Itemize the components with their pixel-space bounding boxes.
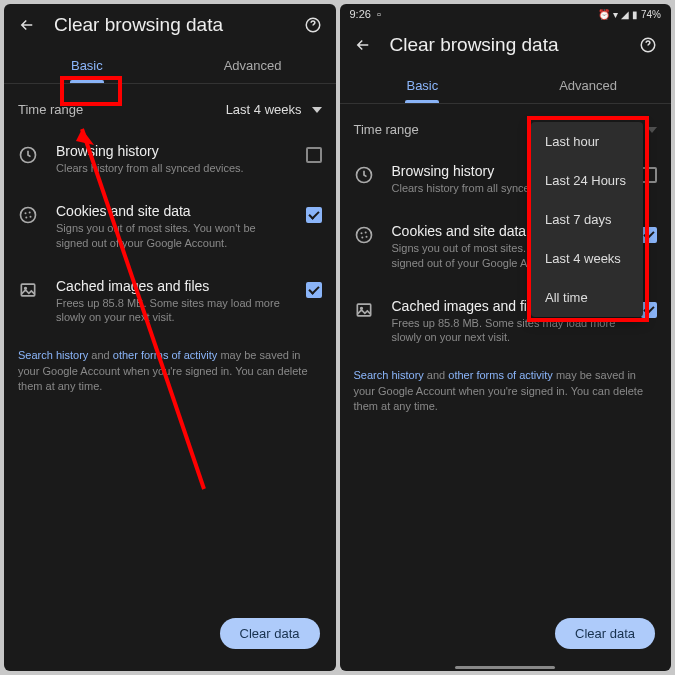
wifi-icon: ▾	[613, 9, 618, 20]
search-history-link[interactable]: Search history	[354, 369, 424, 381]
svg-rect-7	[21, 284, 34, 296]
image-icon	[18, 280, 38, 300]
activity-link[interactable]: other forms of activity	[113, 349, 218, 361]
app-header: Clear browsing data	[4, 4, 336, 46]
footer-text: Search history and other forms of activi…	[4, 338, 336, 404]
clock-icon	[18, 145, 38, 165]
checkbox-history[interactable]	[641, 167, 657, 183]
signal-icon: ◢	[621, 9, 629, 20]
svg-point-13	[356, 228, 371, 243]
checkbox-cache[interactable]	[641, 302, 657, 318]
option-history[interactable]: Browsing history Clears history from all…	[4, 129, 336, 189]
svg-point-16	[361, 237, 363, 239]
checkbox-cookies[interactable]	[641, 227, 657, 243]
status-time: 9:26	[350, 8, 371, 20]
dropdown-item-last-hour[interactable]: Last hour	[531, 122, 643, 161]
image-icon	[354, 300, 374, 320]
battery-icon: ▮	[632, 9, 638, 20]
nav-bar-handle[interactable]	[455, 666, 555, 669]
svg-point-5	[25, 217, 27, 219]
tab-basic[interactable]: Basic	[4, 46, 170, 83]
option-title: Browsing history	[56, 143, 288, 159]
page-title: Clear browsing data	[390, 34, 622, 56]
option-title: Cached images and files	[56, 278, 288, 294]
option-cache[interactable]: Cached images and files Frees up 85.8 MB…	[4, 264, 336, 339]
back-arrow-icon[interactable]	[18, 16, 36, 34]
search-history-link[interactable]: Search history	[18, 349, 88, 361]
time-range-value: Last 4 weeks	[226, 102, 302, 117]
tab-basic[interactable]: Basic	[340, 66, 506, 103]
svg-point-4	[29, 212, 31, 214]
clear-data-button[interactable]: Clear data	[220, 618, 320, 649]
time-range-label: Time range	[354, 122, 419, 137]
tabs: Basic Advanced	[340, 66, 672, 104]
dropdown-item-last-24-hours[interactable]: Last 24 Hours	[531, 161, 643, 200]
option-sub: Clears history from all synced devices.	[56, 161, 288, 175]
chevron-down-icon	[312, 107, 322, 113]
help-icon[interactable]	[639, 36, 657, 54]
tab-advanced[interactable]: Advanced	[505, 66, 671, 103]
footer-text: Search history and other forms of activi…	[340, 358, 672, 424]
time-range-selector[interactable]	[647, 127, 657, 133]
cookie-icon	[354, 225, 374, 245]
tabs: Basic Advanced	[4, 46, 336, 84]
screenshot-left: Clear browsing data Basic Advanced Time …	[4, 4, 336, 671]
dropdown-item-last-7-days[interactable]: Last 7 days	[531, 200, 643, 239]
time-range-selector[interactable]: Last 4 weeks	[226, 102, 322, 117]
time-range-label: Time range	[18, 102, 83, 117]
option-cookies[interactable]: Cookies and site data Signs you out of m…	[4, 189, 336, 264]
app-header: Clear browsing data	[340, 24, 672, 66]
activity-link[interactable]: other forms of activity	[448, 369, 553, 381]
svg-point-2	[21, 208, 36, 223]
clock-icon	[354, 165, 374, 185]
battery-percent: 74%	[641, 9, 661, 20]
clear-data-button[interactable]: Clear data	[555, 618, 655, 649]
option-sub: Signs you out of most sites. You won't b…	[56, 221, 288, 250]
back-arrow-icon[interactable]	[354, 36, 372, 54]
svg-point-6	[30, 216, 32, 218]
svg-rect-18	[357, 304, 370, 316]
alarm-icon: ⏰	[598, 9, 610, 20]
svg-point-14	[360, 233, 362, 235]
option-sub: Frees up 85.8 MB. Some sites may load mo…	[392, 316, 624, 345]
chevron-down-icon	[647, 127, 657, 133]
notification-icon: ▫	[377, 8, 381, 20]
cookie-icon	[18, 205, 38, 225]
checkbox-history[interactable]	[306, 147, 322, 163]
status-bar: 9:26 ▫ ⏰ ▾ ◢ ▮ 74%	[340, 4, 672, 24]
option-title: Cookies and site data	[56, 203, 288, 219]
checkbox-cookies[interactable]	[306, 207, 322, 223]
svg-point-3	[25, 213, 27, 215]
option-sub: Frees up 85.8 MB. Some sites may load mo…	[56, 296, 288, 325]
tab-advanced[interactable]: Advanced	[170, 46, 336, 83]
screenshot-right: 9:26 ▫ ⏰ ▾ ◢ ▮ 74% Clear browsing data B…	[340, 4, 672, 671]
checkbox-cache[interactable]	[306, 282, 322, 298]
dropdown-item-all-time[interactable]: All time	[531, 278, 643, 317]
time-range-row: Time range Last 4 weeks	[4, 84, 336, 129]
help-icon[interactable]	[304, 16, 322, 34]
page-title: Clear browsing data	[54, 14, 286, 36]
time-range-dropdown: Last hour Last 24 Hours Last 7 days Last…	[531, 122, 643, 317]
svg-point-15	[364, 232, 366, 234]
dropdown-item-last-4-weeks[interactable]: Last 4 weeks	[531, 239, 643, 278]
svg-point-17	[365, 236, 367, 238]
